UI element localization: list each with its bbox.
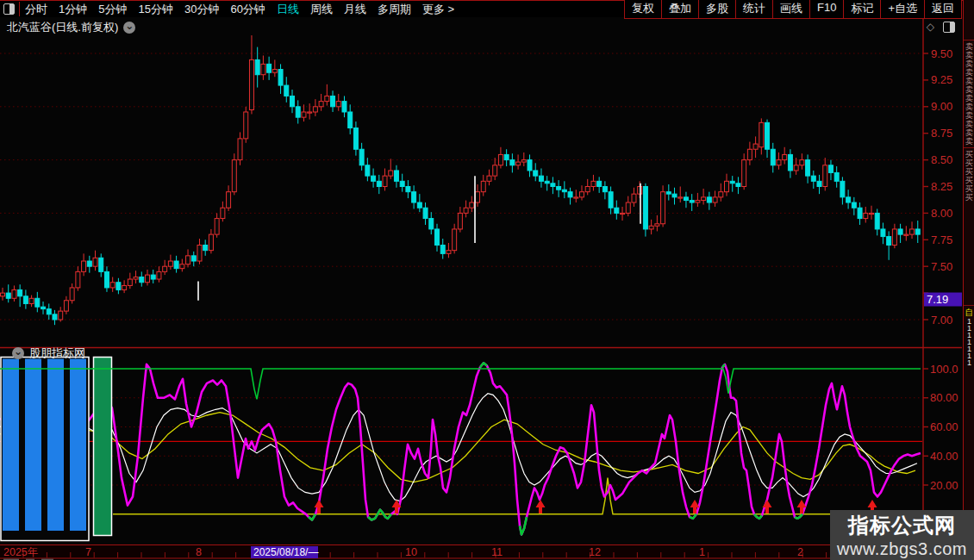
period-tab[interactable]: 更多 > xyxy=(422,2,454,17)
candle-body xyxy=(585,187,590,192)
candle-body xyxy=(649,226,653,229)
chart-title-row: 北汽蓝谷(日线.前复权) xyxy=(7,20,135,35)
candle-body xyxy=(157,271,161,279)
candle-body xyxy=(140,277,144,283)
candle-body xyxy=(753,144,758,149)
period-tab[interactable]: 日线 xyxy=(277,2,299,17)
period-toolbar: 分时1分钟5分钟15分钟30分钟60分钟日线周线月线多周期更多 > 复权叠加多股… xyxy=(0,0,974,17)
period-tab[interactable]: 15分钟 xyxy=(138,2,172,17)
period-tab[interactable]: 分时 xyxy=(25,2,47,17)
candle-body xyxy=(440,245,445,253)
toolbar-action-button[interactable]: 叠加 xyxy=(661,0,699,19)
candle-body xyxy=(389,171,393,176)
candle-body xyxy=(6,293,10,298)
candle-body xyxy=(788,154,792,171)
period-tab[interactable]: 5分钟 xyxy=(98,2,127,17)
chevron-down-icon[interactable] xyxy=(123,22,135,34)
candle-body xyxy=(59,311,63,320)
candle-body xyxy=(713,197,717,202)
price-axis-label: 8.00 xyxy=(931,207,952,220)
candle-body xyxy=(400,181,404,186)
candle-body xyxy=(892,229,896,246)
candle-body xyxy=(725,181,729,191)
candle-body xyxy=(464,208,468,213)
candle-body xyxy=(18,289,22,296)
toolbar-action-button[interactable]: 画线 xyxy=(772,0,810,19)
toolbar-action-button[interactable]: F10 xyxy=(809,0,844,19)
candle-body xyxy=(626,202,630,213)
candle-body xyxy=(661,192,665,224)
candle-body xyxy=(591,181,596,186)
price-axis-label: 8.75 xyxy=(931,127,952,140)
candle-body xyxy=(331,96,335,106)
period-tab[interactable]: 60分钟 xyxy=(230,2,265,17)
toolbar-action-button[interactable]: +自选 xyxy=(880,0,925,19)
indicator-axis-label: 40.00 xyxy=(930,450,958,463)
price-axis-label: 7.00 xyxy=(931,314,952,327)
candle-body xyxy=(800,160,804,165)
pane-toggle-icon[interactable] xyxy=(943,22,955,33)
candle-body xyxy=(151,275,155,279)
candle-body xyxy=(516,162,521,165)
candle-body xyxy=(493,165,497,176)
candle-body xyxy=(707,197,711,202)
candle-body xyxy=(174,261,178,269)
candle-body xyxy=(498,154,503,165)
candle-body xyxy=(116,283,121,290)
candle-body xyxy=(261,64,265,74)
right-sidebar-cropped: 卖卖卖卖卖卖卖卖卖卖卖卖买买买买买买自1111111 xyxy=(963,0,974,560)
candle-body xyxy=(870,213,874,214)
toolbar-action-button[interactable]: 多股 xyxy=(698,0,736,19)
sidebar-char: 买 xyxy=(964,167,974,176)
candle-body xyxy=(186,256,190,264)
toolbar-action-button[interactable]: 返回 xyxy=(924,0,962,19)
toolbar-action-button[interactable]: 复权 xyxy=(624,0,662,19)
toolbar-action-button[interactable]: 标记 xyxy=(843,0,881,19)
diamond-icon[interactable]: ◇ xyxy=(927,21,934,33)
candle-body xyxy=(23,296,28,304)
period-tab[interactable]: 月线 xyxy=(344,2,366,17)
chart-canvas: 9.509.259.008.758.508.258.007.757.507.00… xyxy=(0,0,974,560)
indicator-header: 股朋指标网 xyxy=(7,345,85,361)
candle-body xyxy=(828,165,833,173)
sidebar-char: 买 xyxy=(964,176,974,184)
candle-body xyxy=(487,176,491,181)
candle-body xyxy=(29,298,34,303)
timeline-label: 1 xyxy=(699,546,705,558)
period-tab[interactable]: 周线 xyxy=(310,2,333,17)
candle-body xyxy=(915,229,920,234)
candle-body xyxy=(336,102,340,107)
toolbar-action-button[interactable]: 统计 xyxy=(735,0,773,19)
candle-body xyxy=(163,266,167,271)
candle-body xyxy=(383,176,387,186)
candle-body xyxy=(104,271,109,288)
candle-body xyxy=(284,85,289,96)
candle-body xyxy=(110,283,115,288)
candle-body xyxy=(539,176,543,181)
period-tab[interactable]: 1分钟 xyxy=(59,2,87,17)
date-badge-text: 2025/08/18/— xyxy=(253,546,318,558)
candle-body xyxy=(371,176,376,181)
sidebar-char: 卖 xyxy=(964,120,974,128)
indicator-collapse-icon[interactable] xyxy=(12,347,24,359)
sidebar-char: 卖 xyxy=(964,85,974,94)
sidebar-char: 卖 xyxy=(964,128,974,137)
last-price-text: 7.19 xyxy=(927,293,948,306)
candle-body xyxy=(325,96,329,101)
candle-body xyxy=(504,154,509,159)
period-tab[interactable]: 多周期 xyxy=(378,2,411,17)
candle-body xyxy=(898,229,902,234)
trading-app-window: 分时1分钟5分钟15分钟30分钟60分钟日线周线月线多周期更多 > 复权叠加多股… xyxy=(0,0,974,560)
candle-body xyxy=(128,279,132,285)
candle-body xyxy=(64,301,68,311)
candle-body xyxy=(12,289,16,298)
candle-body xyxy=(453,229,457,251)
period-tab[interactable]: 30分钟 xyxy=(184,2,219,17)
window-split-icon[interactable] xyxy=(3,3,15,15)
candle-body xyxy=(678,197,683,198)
candle-body xyxy=(568,192,572,197)
candle-body xyxy=(794,165,798,171)
candle-body xyxy=(417,202,421,208)
candle-body xyxy=(684,197,688,201)
candle-body xyxy=(742,160,746,187)
